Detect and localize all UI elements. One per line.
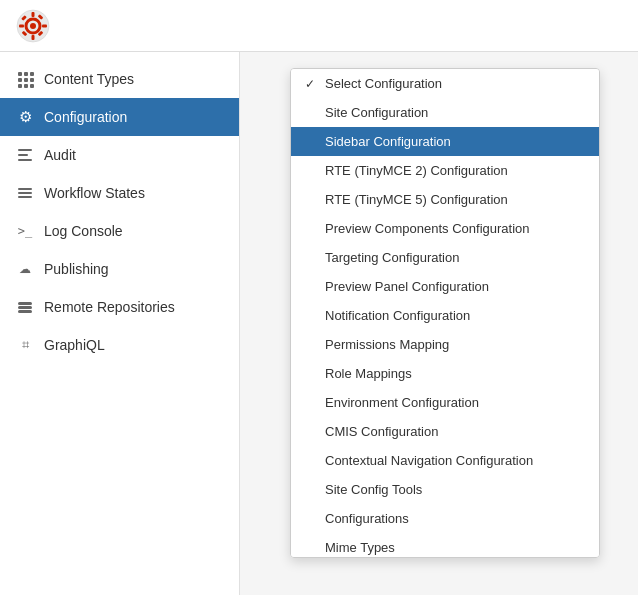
- dropdown-item-cmis-config[interactable]: CMIS Configuration: [291, 417, 599, 446]
- dropdown-item-preview-panel[interactable]: Preview Panel Configuration: [291, 272, 599, 301]
- dropdown-item-site-config-tools[interactable]: Site Config Tools: [291, 475, 599, 504]
- check-mark-select-configuration: ✓: [305, 77, 319, 91]
- dropdown-item-site-configuration[interactable]: Site Configuration: [291, 98, 599, 127]
- dropdown-item-label-select-configuration: Select Configuration: [325, 76, 585, 91]
- dropdown-item-notification[interactable]: Notification Configuration: [291, 301, 599, 330]
- dropdown-item-configurations[interactable]: Configurations: [291, 504, 599, 533]
- svg-point-2: [30, 23, 36, 29]
- dropdown-item-permissions-mapping[interactable]: Permissions Mapping: [291, 330, 599, 359]
- dropdown-item-label-cmis-config: CMIS Configuration: [325, 424, 585, 439]
- dropdown-item-label-notification: Notification Configuration: [325, 308, 585, 323]
- sidebar-label-publishing: Publishing: [44, 261, 109, 277]
- dropdown-item-environment-config[interactable]: Environment Configuration: [291, 388, 599, 417]
- dropdown-item-label-site-config-tools: Site Config Tools: [325, 482, 585, 497]
- logo: [16, 9, 56, 43]
- dropdown-item-contextual-nav[interactable]: Contextual Navigation Configuration: [291, 446, 599, 475]
- top-bar: [0, 0, 638, 52]
- sidebar: Content Types ⚙ Configuration Audit Work…: [0, 52, 240, 595]
- dropdown-item-preview-components[interactable]: Preview Components Configuration: [291, 214, 599, 243]
- content-area: ✓ Select Configuration Site Configuratio…: [240, 52, 638, 595]
- dropdown-item-label-mime-types: Mime Types: [325, 540, 585, 555]
- sidebar-label-workflow-states: Workflow States: [44, 185, 145, 201]
- svg-rect-5: [19, 24, 24, 27]
- dropdown-item-mime-types[interactable]: Mime Types: [291, 533, 599, 558]
- dropdown-item-label-configurations: Configurations: [325, 511, 585, 526]
- sidebar-item-workflow-states[interactable]: Workflow States: [0, 174, 239, 212]
- dropdown-item-label-role-mappings: Role Mappings: [325, 366, 585, 381]
- dropdown-item-select-configuration[interactable]: ✓ Select Configuration: [291, 69, 599, 98]
- sidebar-label-audit: Audit: [44, 147, 76, 163]
- sidebar-label-log-console: Log Console: [44, 223, 123, 239]
- dropdown-item-rte-tinymce5[interactable]: RTE (TinyMCE 5) Configuration: [291, 185, 599, 214]
- dropdown-item-label-sidebar-configuration: Sidebar Configuration: [325, 134, 585, 149]
- crafter-logo-icon: [16, 9, 50, 43]
- sidebar-item-remote-repositories[interactable]: Remote Repositories: [0, 288, 239, 326]
- dropdown-item-label-rte-tinymce5: RTE (TinyMCE 5) Configuration: [325, 192, 585, 207]
- sidebar-label-content-types: Content Types: [44, 71, 134, 87]
- sidebar-item-log-console[interactable]: >_ Log Console: [0, 212, 239, 250]
- dropdown-item-label-preview-panel: Preview Panel Configuration: [325, 279, 585, 294]
- grid-icon: [16, 70, 34, 88]
- terminal-icon: >_: [16, 222, 34, 240]
- sidebar-item-graphiql[interactable]: ⌗ GraphiQL: [0, 326, 239, 364]
- configuration-dropdown[interactable]: ✓ Select Configuration Site Configuratio…: [290, 68, 600, 558]
- dropdown-item-label-site-configuration: Site Configuration: [325, 105, 585, 120]
- workflow-icon: [16, 184, 34, 202]
- svg-rect-6: [42, 24, 47, 27]
- svg-rect-4: [32, 35, 35, 40]
- dropdown-item-role-mappings[interactable]: Role Mappings: [291, 359, 599, 388]
- graph-icon: ⌗: [16, 336, 34, 354]
- sidebar-label-graphiql: GraphiQL: [44, 337, 105, 353]
- dropdown-item-label-permissions-mapping: Permissions Mapping: [325, 337, 585, 352]
- dropdown-item-rte-tinymce2[interactable]: RTE (TinyMCE 2) Configuration: [291, 156, 599, 185]
- sidebar-item-content-types[interactable]: Content Types: [0, 60, 239, 98]
- sidebar-item-audit[interactable]: Audit: [0, 136, 239, 174]
- db-icon: [16, 298, 34, 316]
- dropdown-item-sidebar-configuration[interactable]: Sidebar Configuration: [291, 127, 599, 156]
- svg-rect-3: [32, 12, 35, 17]
- sidebar-item-configuration[interactable]: ⚙ Configuration: [0, 98, 239, 136]
- sidebar-label-remote-repositories: Remote Repositories: [44, 299, 175, 315]
- dropdown-item-label-rte-tinymce2: RTE (TinyMCE 2) Configuration: [325, 163, 585, 178]
- sidebar-label-configuration: Configuration: [44, 109, 127, 125]
- sidebar-item-publishing[interactable]: ☁ Publishing: [0, 250, 239, 288]
- dropdown-item-label-contextual-nav: Contextual Navigation Configuration: [325, 453, 585, 468]
- cloud-icon: ☁: [16, 260, 34, 278]
- dropdown-item-label-preview-components: Preview Components Configuration: [325, 221, 585, 236]
- lines-icon: [16, 146, 34, 164]
- dropdown-item-targeting[interactable]: Targeting Configuration: [291, 243, 599, 272]
- gear-icon: ⚙: [16, 108, 34, 126]
- dropdown-item-label-environment-config: Environment Configuration: [325, 395, 585, 410]
- dropdown-item-label-targeting: Targeting Configuration: [325, 250, 585, 265]
